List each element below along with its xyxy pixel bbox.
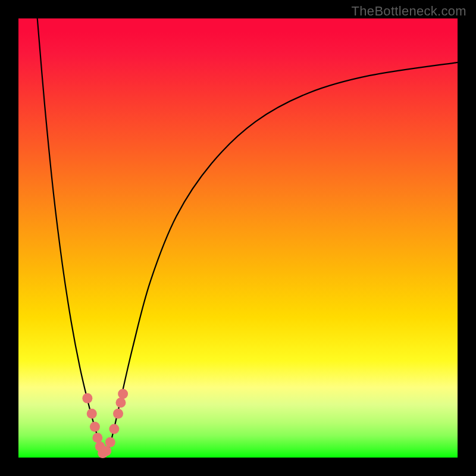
data-marker bbox=[101, 446, 111, 456]
watermark-text: TheBottleneck.com bbox=[352, 4, 466, 19]
data-marker bbox=[113, 409, 123, 419]
data-marker bbox=[118, 389, 128, 399]
marker-group bbox=[82, 389, 128, 458]
chart-svg bbox=[18, 18, 458, 458]
data-marker bbox=[87, 409, 97, 419]
data-marker bbox=[115, 397, 126, 408]
chart-plot-area bbox=[18, 18, 458, 458]
data-marker bbox=[82, 393, 92, 403]
data-marker bbox=[109, 424, 119, 434]
curve-left-branch bbox=[37, 18, 105, 456]
data-marker bbox=[105, 437, 115, 447]
curve-right-branch bbox=[105, 62, 458, 456]
chart-stage: TheBottleneck.com bbox=[0, 0, 476, 476]
data-marker bbox=[90, 422, 100, 432]
data-marker bbox=[92, 433, 102, 443]
